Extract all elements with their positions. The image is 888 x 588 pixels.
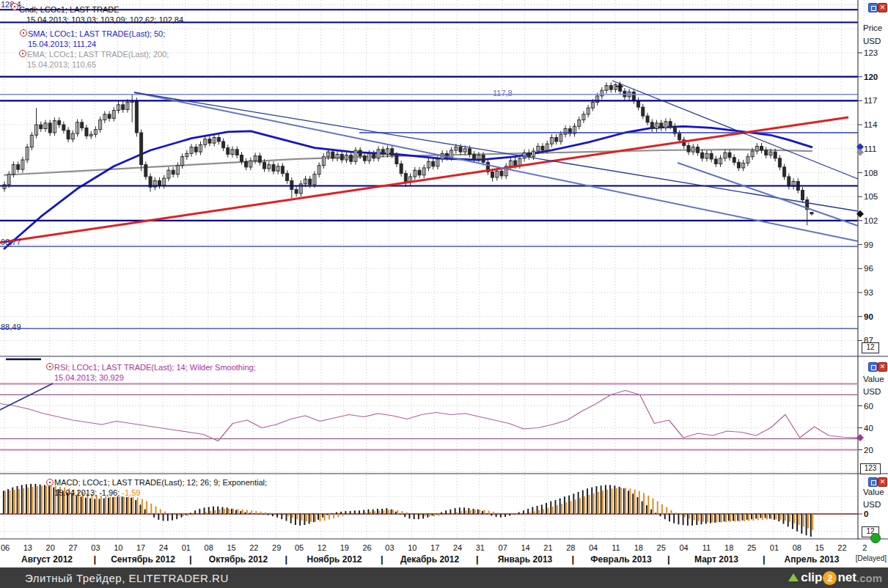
footer-title: Элитный Трейдер, ELITETRADER.RU bbox=[25, 572, 229, 584]
price-tick-label: 96 bbox=[864, 264, 873, 273]
macd-bar bbox=[573, 493, 574, 514]
macd-bar bbox=[419, 514, 421, 515]
rsi-properties-icon[interactable] bbox=[46, 363, 54, 370]
macd-bar bbox=[204, 507, 205, 514]
macd-bar bbox=[520, 514, 521, 515]
macd-bar bbox=[401, 511, 403, 514]
macd-bar bbox=[251, 510, 252, 514]
rsi-panel-close-button[interactable]: ✕ bbox=[878, 362, 887, 372]
macd-bar bbox=[598, 492, 599, 514]
sma-legend-line2: 15.04.2013; 111,24 bbox=[28, 40, 96, 48]
macd-bar bbox=[449, 510, 451, 514]
macd-bar bbox=[123, 496, 125, 514]
macd-bar bbox=[30, 484, 32, 514]
macd-bar bbox=[543, 509, 544, 514]
day-tick-label: 11 bbox=[699, 543, 713, 552]
macd-bar bbox=[596, 486, 598, 514]
macd-properties-icon[interactable] bbox=[46, 479, 54, 486]
macd-bar bbox=[568, 496, 570, 514]
macd-bar bbox=[17, 486, 18, 514]
macd-bar bbox=[4, 490, 6, 514]
macd-bar bbox=[131, 498, 132, 514]
macd-bar bbox=[219, 510, 221, 514]
macd-bar bbox=[719, 514, 720, 522]
day-tick-label: 12 bbox=[315, 543, 329, 552]
macd-bar bbox=[404, 514, 406, 517]
macd-bar bbox=[502, 514, 503, 515]
macd-bar bbox=[386, 508, 387, 514]
candle-properties-icon[interactable] bbox=[11, 3, 18, 10]
rsi-tick-label: 60 bbox=[864, 402, 873, 411]
macd-bar bbox=[527, 509, 529, 514]
macd-signal-last-value: -1,59 bbox=[120, 488, 140, 497]
macd-bar bbox=[368, 510, 370, 514]
price-panel-restore-button[interactable] bbox=[868, 3, 878, 12]
day-tick-label: 27 bbox=[66, 543, 81, 552]
month-label: Август 2012 bbox=[1, 554, 92, 565]
rsi-axis-scale-box[interactable]: 123 bbox=[860, 463, 881, 474]
macd-bar bbox=[276, 514, 278, 518]
macd-bar bbox=[37, 486, 38, 514]
macd-bar bbox=[283, 514, 285, 515]
macd-bar bbox=[155, 507, 157, 514]
macd-bar bbox=[217, 507, 219, 514]
clip2net-logo[interactable]: clip 2 net .com bbox=[788, 570, 882, 586]
macd-panel-close-button[interactable]: ✕ bbox=[878, 477, 887, 487]
day-tick-label: 03 bbox=[382, 543, 397, 552]
day-tick-label: 25 bbox=[744, 543, 759, 552]
macd-bar bbox=[374, 511, 375, 514]
day-tick-label: 21 bbox=[540, 543, 555, 552]
macd-bar bbox=[18, 489, 20, 514]
month-separator: | bbox=[381, 554, 384, 565]
macd-bar bbox=[422, 514, 424, 518]
rsi-panel-restore-button[interactable] bbox=[868, 362, 878, 372]
macd-bar bbox=[550, 501, 551, 514]
macd-bar bbox=[194, 510, 196, 514]
macd-legend-line1: MACD; LCOc1; LAST TRADE(Last); 12; 26; 9… bbox=[54, 478, 267, 487]
macd-bar bbox=[354, 510, 356, 514]
ema-properties-icon[interactable] bbox=[19, 50, 26, 57]
macd-bar bbox=[363, 510, 364, 514]
macd-bar bbox=[578, 492, 579, 514]
price-tick-label: 90 bbox=[864, 312, 873, 321]
day-tick-label: 18 bbox=[631, 543, 646, 552]
macd-bar bbox=[337, 514, 339, 517]
macd-bar bbox=[497, 512, 499, 514]
macd-bar bbox=[221, 507, 223, 514]
rsi-tick-label: 40 bbox=[864, 424, 873, 433]
price-panel-close-button[interactable]: ✕ bbox=[878, 3, 887, 12]
macd-bar bbox=[716, 514, 718, 523]
macd-bar bbox=[392, 510, 394, 514]
macd-bar bbox=[561, 504, 562, 514]
macd-bar bbox=[673, 514, 675, 523]
macd-bar bbox=[707, 514, 708, 522]
macd-bar bbox=[169, 513, 170, 514]
macd-panel-restore-button[interactable] bbox=[868, 477, 878, 487]
macd-bar bbox=[491, 514, 492, 515]
macd-bar bbox=[245, 512, 246, 514]
day-tick-label: 04 bbox=[586, 543, 601, 552]
macd-bar bbox=[301, 514, 303, 521]
day-tick-label: 15 bbox=[224, 543, 239, 552]
macd-bar bbox=[208, 507, 210, 514]
macd-bar bbox=[780, 514, 782, 520]
macd-bar bbox=[466, 510, 467, 514]
macd-bar bbox=[793, 514, 795, 523]
sma-properties-icon[interactable] bbox=[20, 29, 27, 37]
macd-bar bbox=[158, 514, 159, 520]
macd-bar bbox=[318, 514, 319, 520]
descending-resistance-inner bbox=[134, 92, 858, 211]
macd-bar bbox=[360, 513, 362, 514]
macd-bar bbox=[675, 512, 677, 514]
macd-bar bbox=[224, 509, 225, 514]
macd-bar bbox=[670, 510, 672, 514]
macd-bar bbox=[735, 514, 736, 522]
macd-bar bbox=[415, 514, 417, 515]
macd-bar bbox=[315, 514, 316, 522]
chart-canvas[interactable] bbox=[0, 0, 888, 540]
macd-bar bbox=[238, 509, 239, 514]
day-tick-label: 17 bbox=[428, 543, 442, 552]
macd-bar bbox=[616, 488, 617, 514]
day-tick-label: 10 bbox=[405, 543, 419, 552]
macd-bar bbox=[232, 509, 234, 514]
